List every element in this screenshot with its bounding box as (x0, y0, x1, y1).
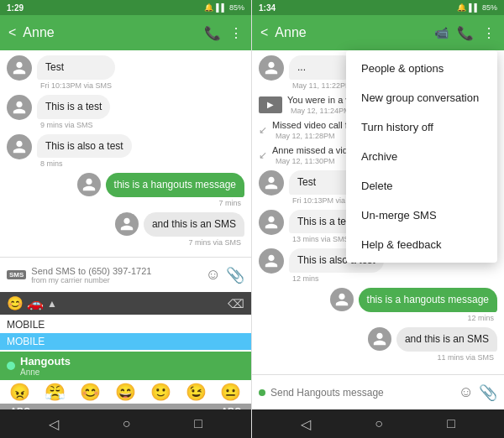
right-status-icons: 🔔 ▌▌ 85% (457, 3, 497, 12)
right-signal-icon: ▌▌ (469, 3, 480, 12)
table-row: This is a test 9 mins via SMS (7, 95, 244, 129)
missed-call-icon2: ↙ (259, 149, 267, 161)
emoji-angry[interactable]: 😠 (9, 382, 30, 402)
message-wrap: and this is an SMS 11 mins via SMS (396, 327, 497, 362)
emoji-row: 😠 😤 😊 😄 🙂 😉 😐 (0, 380, 251, 404)
avatar (259, 248, 284, 274)
dropdown-item-archive[interactable]: Archive (346, 142, 497, 171)
right-video-button[interactable]: 📹 (434, 26, 449, 39)
message-wrap: this is a hangouts message 12 mins (359, 288, 497, 322)
message-time: 11 mins via SMS (396, 353, 497, 362)
avatar (7, 95, 32, 120)
input-wrapper: from my carrier number (31, 266, 200, 284)
left-more-button[interactable]: ⋮ (229, 25, 243, 41)
right-nav-recents[interactable]: □ (447, 416, 455, 431)
right-nav-bar: ◁ ○ □ (252, 409, 504, 438)
left-message-input[interactable] (31, 266, 200, 276)
left-nav-recents[interactable]: □ (194, 416, 202, 431)
right-call-button[interactable]: 📞 (457, 25, 474, 41)
emoji-button[interactable]: ☺ (206, 266, 221, 284)
left-back-button[interactable]: < (8, 25, 16, 40)
table-row: and this is an SMS 7 mins via SMS (7, 212, 244, 247)
table-row: This is also a test 8 mins (7, 134, 244, 169)
avatar (259, 210, 284, 235)
avatar (77, 173, 101, 196)
right-panel: 1:34 🔔 ▌▌ 85% < Anne 📹 📞 ⋮ ... May 11, 1… (252, 0, 504, 438)
dropdown-item-unmerge[interactable]: Un-merge SMS (346, 201, 497, 230)
signal-icon: ▌▌ (216, 3, 227, 12)
dropdown-item-help[interactable]: Help & feedback (346, 230, 497, 259)
dropdown-item-new-group[interactable]: New group conversation (346, 83, 497, 112)
keyboard-triangle-icon: ▲ (47, 298, 57, 310)
emoji-smile1[interactable]: 😊 (80, 382, 101, 402)
keyboard-car-icon[interactable]: 🚗 (27, 295, 44, 311)
dropdown-item-delete[interactable]: Delete (346, 171, 497, 201)
message-wrap: ... May 11, 11:22PM (289, 55, 355, 90)
message-time: 7 mins (106, 199, 244, 207)
emoji-smile3[interactable]: 🙂 (150, 382, 171, 402)
dropdown-item-history[interactable]: Turn history off (346, 112, 497, 142)
notification-icon: 🔔 (204, 3, 213, 12)
keyboard-smiley-icon[interactable]: 😊 (7, 295, 24, 311)
message-bubble: This is also a test (37, 134, 132, 159)
message-time: May 11, 11:22PM (289, 81, 355, 90)
left-call-button[interactable]: 📞 (204, 25, 221, 41)
emoji-neutral[interactable]: 😐 (220, 382, 241, 402)
message-wrap: and this is an SMS 7 mins via SMS (144, 212, 244, 247)
mobile-option-2[interactable]: MOBILE (0, 333, 251, 350)
message-wrap: This is a test 9 mins via SMS (37, 95, 110, 129)
right-input-area: ☺ 📎 (252, 374, 504, 409)
hangouts-sub: Anne (20, 368, 71, 377)
left-panel: 1:29 🔔 ▌▌ 85% < Anne 📞 ⋮ Test Fri 10:13P… (0, 0, 252, 438)
message-wrap: Missed video call fr... May 12, 11:28PM (272, 120, 358, 140)
message-bubble: this is a hangouts message (359, 288, 497, 312)
sms-badge: SMS (7, 270, 26, 279)
table-row: this is a hangouts message 7 mins (7, 173, 244, 207)
avatar (259, 55, 284, 81)
dropdown-item-people[interactable]: People & options (346, 54, 497, 83)
emoji-angry2[interactable]: 😤 (45, 382, 66, 402)
right-emoji-button[interactable]: ☺ (459, 383, 474, 401)
table-row: and this is an SMS 11 mins via SMS (259, 327, 497, 362)
right-more-button[interactable]: ⋮ (482, 25, 496, 41)
hangouts-info: Hangouts Anne (20, 355, 71, 377)
left-nav-bar: ◁ ○ □ (0, 409, 251, 438)
table-row: this is a hangouts message 12 mins (259, 288, 497, 322)
message-time: 8 mins (37, 159, 132, 168)
message-bubble: ... (289, 55, 355, 80)
right-notification-icon: 🔔 (457, 3, 466, 12)
avatar (368, 327, 391, 351)
mobile-option-1[interactable]: MOBILE (7, 316, 244, 333)
keyboard-backspace-button[interactable]: ⌫ (228, 297, 244, 310)
avatar (330, 288, 354, 311)
emoji-wink[interactable]: 😉 (186, 382, 207, 402)
message-time: 12 mins (289, 274, 384, 283)
avatar (7, 55, 32, 81)
right-back-button[interactable]: < (260, 25, 268, 40)
right-top-icons: 📹 📞 ⋮ (434, 25, 496, 41)
message-time: 7 mins via SMS (144, 238, 244, 247)
missed-call-icon: ↙ (259, 124, 267, 136)
right-nav-back[interactable]: ◁ (301, 416, 311, 432)
keyboard-toolbar: 😊 🚗 ▲ ⌫ (0, 292, 251, 315)
right-top-bar: < Anne 📹 📞 ⋮ (252, 15, 504, 50)
attach-button[interactable]: 📎 (226, 266, 244, 284)
input-sublabel: from my carrier number (31, 276, 200, 284)
keyboard-content: MOBILE MOBILE Hangouts Anne 😠 😤 😊 😄 🙂 😉 (0, 315, 251, 404)
hangouts-option[interactable]: Hangouts Anne (0, 352, 251, 380)
message-bubble: and this is an SMS (396, 327, 497, 352)
message-time: Fri 10:13PM via SMS (37, 81, 115, 90)
right-message-input[interactable] (270, 387, 454, 399)
message-time: May 12, 11:28PM (272, 132, 358, 140)
left-contact-name: Anne (23, 25, 197, 40)
right-time: 1:34 (259, 3, 276, 13)
message-bubble: This is a test (37, 95, 110, 119)
left-top-icons: 📞 ⋮ (204, 25, 243, 41)
right-attach-button[interactable]: 📎 (479, 383, 497, 402)
left-status-bar: 1:29 🔔 ▌▌ 85% (0, 0, 251, 15)
left-nav-home[interactable]: ○ (123, 416, 131, 431)
emoji-smile2[interactable]: 😄 (115, 382, 136, 402)
left-nav-back[interactable]: ◁ (49, 416, 59, 432)
right-nav-home[interactable]: ○ (375, 416, 383, 431)
left-message-list: Test Fri 10:13PM via SMS This is a test … (0, 50, 251, 257)
